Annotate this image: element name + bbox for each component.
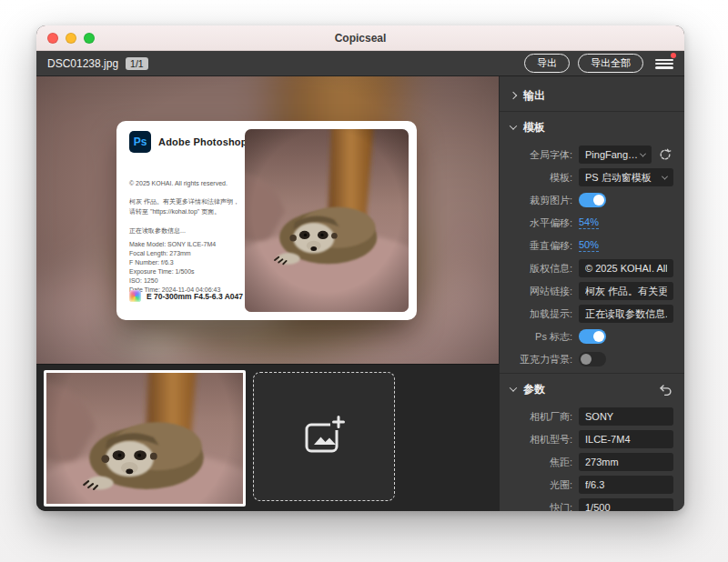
menu-bar bbox=[655, 59, 673, 61]
toolbar-actions: 导出 导出全部 bbox=[524, 54, 673, 73]
app-name-label: Adobe Photoshop bbox=[158, 136, 248, 147]
exif-line: Make Model: SONY ILCE-7M4 bbox=[129, 240, 220, 249]
template-select[interactable]: PS 启动窗模板 bbox=[579, 168, 673, 186]
template-value: PS 启动窗模板 bbox=[585, 171, 662, 185]
export-button[interactable]: 导出 bbox=[524, 54, 570, 73]
traffic-lights bbox=[36, 33, 95, 44]
card-photo bbox=[245, 129, 409, 312]
loading-tip-input[interactable] bbox=[579, 305, 673, 323]
chevron-down-icon bbox=[510, 122, 517, 129]
horizontal-offset-value[interactable]: 54% bbox=[579, 216, 599, 229]
app-window: Copicseal DSC01238.jpg 1/1 导出 导出全部 bbox=[36, 25, 684, 511]
filmstrip bbox=[36, 364, 499, 511]
exif-line: F Number: f/6.3 bbox=[129, 258, 220, 267]
row-website: 网站链接: bbox=[500, 282, 684, 300]
global-font-label: 全局字体: bbox=[511, 148, 572, 162]
notification-dot bbox=[671, 53, 676, 58]
camera-maker-input[interactable] bbox=[579, 407, 673, 426]
lens-profile-icon bbox=[129, 290, 141, 302]
card-website-line2: 请转至 "https://kohai.top" 页面。 bbox=[129, 207, 239, 217]
watermark-card[interactable]: Ps Adobe Photoshop © 2025 KOHAI. All rig… bbox=[116, 121, 417, 320]
row-ps-logo: Ps 标志: bbox=[500, 327, 684, 346]
ps-logo-label: Ps 标志: bbox=[511, 330, 572, 344]
settings-sidebar: 输出 模板 全局字体: PingFang SC bbox=[499, 76, 684, 511]
focal-length-input[interactable] bbox=[579, 453, 673, 471]
card-copyright: © 2025 KOHAI. All rights reserved. bbox=[129, 179, 228, 188]
camera-model-label: 相机型号: bbox=[511, 433, 572, 447]
photo-thumbnail-selected[interactable] bbox=[44, 370, 246, 507]
chevron-right-icon bbox=[510, 92, 517, 99]
row-global-font: 全局字体: PingFang SC bbox=[500, 146, 684, 164]
preview-canvas[interactable]: Ps Adobe Photoshop © 2025 KOHAI. All rig… bbox=[36, 76, 499, 364]
window-title: Copicseal bbox=[36, 32, 684, 45]
crop-image-toggle[interactable] bbox=[579, 193, 606, 207]
ps-logo-toggle[interactable] bbox=[579, 329, 606, 344]
ps-logo-row: Ps Adobe Photoshop bbox=[129, 131, 248, 153]
exif-line: ISO: 1250 bbox=[129, 276, 220, 286]
exif-line: Exposure Time: 1/500s bbox=[129, 267, 220, 276]
vertical-offset-value[interactable]: 50% bbox=[579, 239, 599, 252]
horizontal-offset-label: 水平偏移: bbox=[511, 216, 572, 230]
section-header-output[interactable]: 输出 bbox=[500, 82, 684, 109]
acrylic-bg-label: 亚克力背景: bbox=[511, 353, 572, 366]
add-image-dropzone[interactable] bbox=[253, 372, 395, 501]
row-vertical-offset: 垂直偏移: 50% bbox=[500, 236, 684, 255]
close-button[interactable] bbox=[47, 33, 58, 44]
shutter-label: 快门: bbox=[511, 501, 572, 512]
lens-info-row: E 70-300mm F4.5-6.3 A047 bbox=[129, 290, 243, 302]
global-font-value: PingFang SC bbox=[585, 149, 641, 160]
minimize-button[interactable] bbox=[66, 33, 76, 44]
row-camera-model: 相机型号: bbox=[500, 430, 684, 448]
card-website-line1: 柯灰 作品。有关更多详情和法律声明， bbox=[129, 197, 239, 207]
row-shutter: 快门: bbox=[500, 498, 684, 511]
row-crop-image: 裁剪图片: bbox=[500, 191, 684, 209]
crop-image-label: 裁剪图片: bbox=[511, 194, 572, 207]
divider bbox=[500, 111, 684, 112]
section-template-label: 模板 bbox=[523, 120, 545, 135]
undo-icon bbox=[659, 384, 672, 396]
row-camera-maker: 相机厂商: bbox=[500, 407, 684, 426]
row-focal-length: 焦距: bbox=[500, 453, 684, 471]
chevron-down-icon bbox=[640, 150, 646, 156]
row-horizontal-offset: 水平偏移: 54% bbox=[500, 214, 684, 232]
hamburger-menu-icon[interactable] bbox=[655, 57, 673, 70]
loading-tip-label: 加载提示: bbox=[511, 307, 572, 321]
template-label: 模板: bbox=[511, 171, 572, 185]
card-text-column: Ps Adobe Photoshop © 2025 KOHAI. All rig… bbox=[129, 121, 249, 320]
card-website-text: 柯灰 作品。有关更多详情和法律声明， 请转至 "https://kohai.to… bbox=[129, 197, 239, 217]
menu-bar bbox=[655, 63, 673, 65]
row-template: 模板: PS 启动窗模板 bbox=[500, 168, 684, 186]
website-input[interactable] bbox=[579, 282, 673, 300]
lens-name-label: E 70-300mm F4.5-6.3 A047 bbox=[147, 292, 243, 301]
refresh-fonts-button[interactable] bbox=[657, 146, 673, 163]
section-header-template[interactable]: 模板 bbox=[500, 114, 684, 141]
reset-params-button[interactable] bbox=[657, 381, 673, 397]
aperture-input[interactable] bbox=[579, 476, 673, 494]
website-label: 网站链接: bbox=[511, 285, 572, 298]
global-font-select[interactable]: PingFang SC bbox=[579, 146, 652, 164]
acrylic-bg-toggle[interactable] bbox=[579, 352, 606, 366]
content-area: Ps Adobe Photoshop © 2025 KOHAI. All rig… bbox=[36, 76, 684, 511]
camera-model-input[interactable] bbox=[579, 430, 673, 448]
camera-maker-label: 相机厂商: bbox=[511, 410, 572, 424]
toolbar: DSC01238.jpg 1/1 导出 导出全部 bbox=[36, 51, 684, 76]
divider bbox=[500, 373, 684, 374]
focal-length-label: 焦距: bbox=[511, 456, 572, 469]
section-header-params[interactable]: 参数 bbox=[500, 376, 684, 403]
copyright-input[interactable] bbox=[579, 259, 673, 277]
add-image-icon bbox=[300, 413, 348, 460]
aperture-label: 光圈: bbox=[511, 478, 572, 492]
vertical-offset-label: 垂直偏移: bbox=[511, 239, 572, 253]
row-acrylic-bg: 亚克力背景: bbox=[500, 350, 684, 368]
section-output-label: 输出 bbox=[523, 88, 545, 104]
copyright-label: 版权信息: bbox=[511, 262, 572, 276]
row-loading-tip: 加载提示: bbox=[500, 305, 684, 323]
exif-line: Focal Length: 273mm bbox=[129, 249, 220, 258]
card-exif-block: Make Model: SONY ILCE-7M4 Focal Length: … bbox=[129, 240, 220, 295]
main-column: Ps Adobe Photoshop © 2025 KOHAI. All rig… bbox=[36, 76, 499, 511]
export-all-button[interactable]: 导出全部 bbox=[578, 54, 643, 73]
section-params-label: 参数 bbox=[523, 382, 545, 397]
zoom-button[interactable] bbox=[84, 33, 95, 44]
shutter-input[interactable] bbox=[579, 498, 673, 511]
titlebar: Copicseal bbox=[36, 25, 684, 51]
